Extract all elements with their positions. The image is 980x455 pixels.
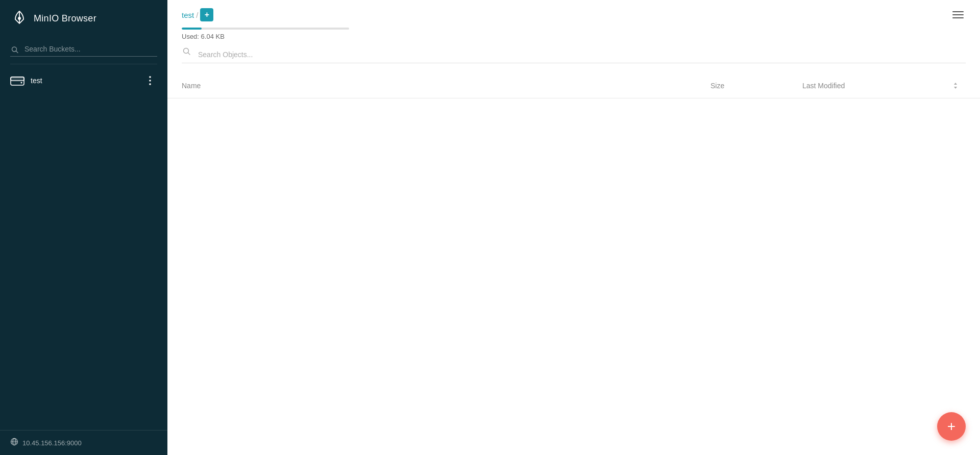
svg-point-8 [149,83,151,85]
breadcrumb-bucket-link[interactable]: test [182,11,194,19]
bucket-item[interactable]: test [0,67,167,94]
bucket-list: test [0,64,167,430]
object-search-icon [183,47,190,57]
app-title: MinIO Browser [34,13,96,24]
minio-logo-icon [10,9,29,28]
main-menu-button[interactable] [950,9,966,20]
bucket-search-icon [11,46,18,55]
add-folder-button[interactable]: + [200,8,213,21]
svg-point-6 [149,76,151,78]
bucket-menu-button[interactable] [143,73,157,88]
storage-bar-fill [182,28,202,30]
column-name-header: Name [182,82,710,90]
svg-point-0 [18,17,21,20]
object-search-input[interactable] [182,46,966,63]
svg-point-7 [149,80,151,82]
breadcrumb: test / + [182,8,213,21]
svg-point-5 [21,82,22,84]
sort-button[interactable] [945,82,966,90]
object-search-container [167,40,980,63]
storage-bar-track [182,28,349,30]
breadcrumb-separator: / [196,11,198,19]
column-size-header: Size [710,82,802,90]
storage-bar-container: Used: 6.04 KB [167,26,980,40]
sidebar: MinIO Browser test [0,0,167,455]
svg-line-2 [16,51,18,53]
bucket-drive-icon [10,75,24,86]
svg-point-14 [184,48,189,53]
bucket-search-input[interactable] [10,42,157,57]
upload-button[interactable]: + [937,412,966,441]
svg-line-15 [188,53,190,55]
table-header: Name Size Last Modified [167,73,980,98]
table-body [167,98,980,455]
column-last-modified-header: Last Modified [802,82,945,90]
main-content: test / + Used: 6.04 KB Name Size Last Mo… [167,0,980,455]
bucket-search-container [0,37,167,64]
svg-rect-4 [11,77,24,81]
server-address: 10.45.156.156:9000 [22,439,82,447]
main-header: test / + [167,0,980,26]
bucket-name: test [31,77,143,85]
globe-icon [10,438,18,448]
sidebar-header: MinIO Browser [0,0,167,37]
storage-used-label: Used: 6.04 KB [182,33,966,40]
sidebar-footer: 10.45.156.156:9000 [0,430,167,455]
